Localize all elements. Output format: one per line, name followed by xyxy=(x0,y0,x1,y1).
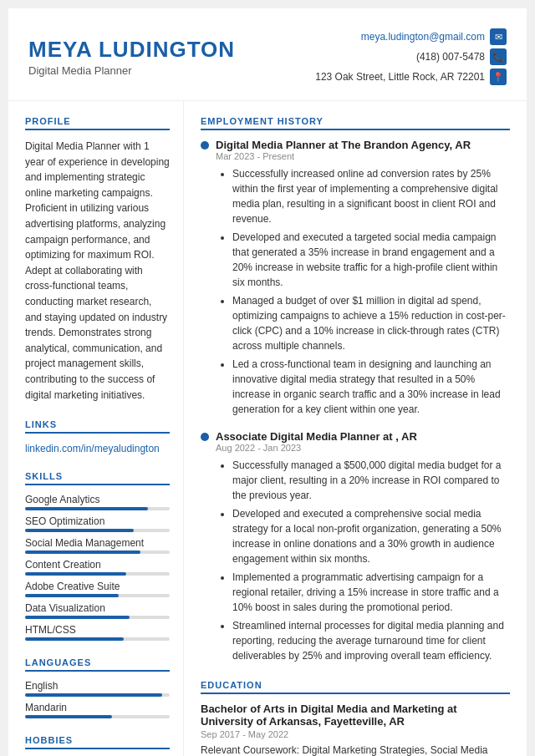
bullet-item: Managed a budget of over $1 million in d… xyxy=(232,293,510,353)
job-title: Associate Digital Media Planner at , AR xyxy=(216,430,417,443)
skill-bar-fill xyxy=(25,529,134,532)
skill-bar-bg xyxy=(25,529,170,532)
skill-bar-bg xyxy=(25,616,170,619)
job-bullets: Successfully increased online ad convers… xyxy=(224,166,510,417)
skill-item: SEO Optimization xyxy=(25,515,170,532)
skill-item: Content Creation xyxy=(25,559,170,576)
links-title: LINKS xyxy=(25,419,170,434)
education-title: EDUCATION xyxy=(201,680,510,694)
body: PROFILE Digital Media Planner with 1 yea… xyxy=(8,101,527,756)
bullet-item: Implemented a programmatic advertising c… xyxy=(232,570,510,615)
phone-contact: (418) 007-5478 📞 xyxy=(416,48,507,65)
profile-section: PROFILE Digital Media Planner with 1 yea… xyxy=(25,116,170,403)
profile-text: Digital Media Planner with 1 year of exp… xyxy=(25,139,170,403)
bullet-item: Developed and executed a comprehensive s… xyxy=(232,506,510,566)
profile-title: PROFILE xyxy=(25,116,170,130)
language-name: Mandarin xyxy=(25,702,170,713)
skill-bar-bg xyxy=(25,572,170,576)
email-icon: ✉ xyxy=(490,28,507,45)
skill-item: Adobe Creative Suite xyxy=(25,581,170,597)
language-bar-bg xyxy=(25,693,170,697)
skill-name: Content Creation xyxy=(25,559,170,571)
right-column: EMPLOYMENT HISTORY Digital Media Planner… xyxy=(184,101,527,756)
languages-list: English Mandarin xyxy=(25,680,170,718)
language-item: English xyxy=(25,680,170,697)
degree-date: Sep 2017 - May 2022 xyxy=(201,729,510,739)
bullet-item: Led a cross-functional team in designing… xyxy=(232,357,510,417)
job-item: Digital Media Planner at The Brandon Age… xyxy=(201,139,510,417)
language-bar-fill xyxy=(25,693,162,697)
language-name: English xyxy=(25,680,170,692)
skill-name: Social Media Management xyxy=(25,537,170,549)
left-column: PROFILE Digital Media Planner with 1 yea… xyxy=(8,101,184,756)
job-bullets: Successfully managed a $500,000 digital … xyxy=(224,458,510,663)
links-section: LINKS linkedin.com/in/meyaludington xyxy=(25,419,170,454)
location-icon: 📍 xyxy=(490,68,507,85)
candidate-name: MEYA LUDINGTON xyxy=(28,37,235,63)
skill-item: Data Visualization xyxy=(25,602,170,619)
bullet-item: Streamlined internal processes for digit… xyxy=(232,618,510,663)
employment-section: EMPLOYMENT HISTORY Digital Media Planner… xyxy=(201,116,510,663)
employment-title: EMPLOYMENT HISTORY xyxy=(201,116,510,130)
skill-bar-fill xyxy=(25,572,126,576)
job-header: Associate Digital Media Planner at , AR xyxy=(201,430,510,443)
skill-bar-fill xyxy=(25,616,130,619)
job-header: Digital Media Planner at The Brandon Age… xyxy=(201,139,510,151)
languages-section: LANGUAGES English Mandarin xyxy=(25,657,170,718)
skill-bar-bg xyxy=(25,637,170,641)
skills-title: SKILLS xyxy=(25,471,170,485)
skill-bar-fill xyxy=(25,594,119,597)
skill-item: Social Media Management xyxy=(25,537,170,554)
candidate-title: Digital Media Planner xyxy=(28,64,235,77)
header: MEYA LUDINGTON Digital Media Planner mey… xyxy=(8,8,527,101)
skill-bar-bg xyxy=(25,594,170,597)
header-right: meya.ludington@gmail.com ✉ (418) 007-547… xyxy=(315,28,507,85)
skill-bar-bg xyxy=(25,507,170,510)
jobs-list: Digital Media Planner at The Brandon Age… xyxy=(201,139,510,663)
hobbies-title: HOBBIES xyxy=(25,735,170,749)
address-text: 123 Oak Street, Little Rock, AR 72201 xyxy=(315,71,485,83)
email-link[interactable]: meya.ludington@gmail.com xyxy=(361,31,485,43)
bullet-item: Successfully increased online ad convers… xyxy=(232,166,510,226)
address-contact: 123 Oak Street, Little Rock, AR 72201 📍 xyxy=(315,68,507,85)
header-left: MEYA LUDINGTON Digital Media Planner xyxy=(28,37,235,77)
resume-container: MEYA LUDINGTON Digital Media Planner mey… xyxy=(8,8,527,756)
phone-text: (418) 007-5478 xyxy=(416,51,485,63)
language-item: Mandarin xyxy=(25,702,170,718)
skill-name: SEO Optimization xyxy=(25,515,170,527)
skill-name: Data Visualization xyxy=(25,602,170,614)
skill-name: Google Analytics xyxy=(25,494,170,505)
language-bar-fill xyxy=(25,715,112,718)
skill-name: HTML/CSS xyxy=(25,624,170,636)
phone-icon: 📞 xyxy=(490,48,507,65)
job-date: Mar 2023 - Present xyxy=(216,151,510,161)
job-title: Digital Media Planner at The Brandon Age… xyxy=(216,139,471,151)
job-dot xyxy=(201,433,209,441)
job-dot xyxy=(201,141,209,150)
skills-section: SKILLS Google Analytics SEO Optimization… xyxy=(25,471,170,641)
job-date: Aug 2022 - Jan 2023 xyxy=(216,443,510,453)
linkedin-link-item: linkedin.com/in/meyaludington xyxy=(25,442,170,454)
skill-bar-fill xyxy=(25,551,140,554)
education-section: EDUCATION Bachelor of Arts in Digital Me… xyxy=(201,680,510,756)
hobbies-section: HOBBIES xyxy=(25,735,170,749)
skill-bar-fill xyxy=(25,637,124,641)
job-item: Associate Digital Media Planner at , AR … xyxy=(201,430,510,663)
skill-bar-bg xyxy=(25,551,170,554)
bullet-item: Successfully managed a $500,000 digital … xyxy=(232,458,510,503)
languages-title: LANGUAGES xyxy=(25,657,170,672)
skill-item: HTML/CSS xyxy=(25,624,170,641)
skill-name: Adobe Creative Suite xyxy=(25,581,170,592)
degree-title: Bachelor of Arts in Digital Media and Ma… xyxy=(201,703,510,728)
email-contact: meya.ludington@gmail.com ✉ xyxy=(361,28,507,45)
degree-coursework: Relevant Coursework: Digital Marketing S… xyxy=(201,743,510,756)
language-bar-bg xyxy=(25,715,170,718)
skill-bar-fill xyxy=(25,507,148,510)
skill-item: Google Analytics xyxy=(25,494,170,510)
skills-list: Google Analytics SEO Optimization Social… xyxy=(25,494,170,641)
linkedin-link[interactable]: linkedin.com/in/meyaludington xyxy=(25,443,160,454)
bullet-item: Developed and executed a targeted social… xyxy=(232,230,510,290)
